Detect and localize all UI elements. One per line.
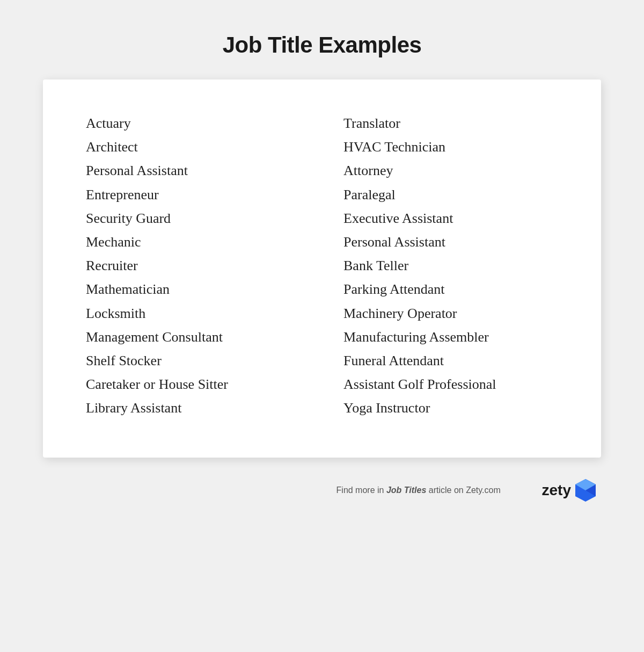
- footer: Find more in Job Titles article on Zety.…: [43, 479, 601, 502]
- list-item: Bank Teller: [343, 254, 558, 278]
- list-item: Mathematician: [86, 278, 301, 301]
- list-item: Architect: [86, 135, 301, 159]
- list-item: Parking Attendant: [343, 278, 558, 301]
- list-item: Shelf Stocker: [86, 349, 301, 373]
- zety-brand-name: zety: [542, 482, 571, 499]
- zety-logo: zety: [542, 479, 596, 502]
- list-item: Yoga Instructor: [343, 396, 558, 420]
- list-item: HVAC Technician: [343, 135, 558, 159]
- list-item: Security Guard: [86, 207, 301, 230]
- footer-post-text: article on Zety.com: [426, 486, 500, 495]
- list-item: Executive Assistant: [343, 207, 558, 230]
- page-title: Job Title Examples: [223, 32, 422, 58]
- list-item: Manufacturing Assembler: [343, 325, 558, 349]
- job-columns: ActuaryArchitectPersonal AssistantEntrep…: [86, 112, 558, 420]
- footer-text: Find more in Job Titles article on Zety.…: [295, 486, 542, 495]
- list-item: Entrepreneur: [86, 183, 301, 207]
- list-item: Recruiter: [86, 254, 301, 278]
- right-column: TranslatorHVAC TechnicianAttorneyParaleg…: [322, 112, 558, 420]
- list-item: Caretaker or House Sitter: [86, 373, 301, 396]
- list-item: Actuary: [86, 112, 301, 135]
- list-item: Personal Assistant: [86, 159, 301, 183]
- list-item: Assistant Golf Professional: [343, 373, 558, 396]
- list-item: Paralegal: [343, 183, 558, 207]
- list-item: Library Assistant: [86, 396, 301, 420]
- list-item: Attorney: [343, 159, 558, 183]
- content-card: ActuaryArchitectPersonal AssistantEntrep…: [43, 79, 601, 458]
- list-item: Translator: [343, 112, 558, 135]
- left-column: ActuaryArchitectPersonal AssistantEntrep…: [86, 112, 322, 420]
- list-item: Locksmith: [86, 302, 301, 325]
- list-item: Management Consultant: [86, 325, 301, 349]
- footer-link-text: Job Titles: [386, 486, 426, 495]
- list-item: Machinery Operator: [343, 302, 558, 325]
- footer-pre-text: Find more in: [336, 486, 386, 495]
- list-item: Mechanic: [86, 230, 301, 254]
- zety-icon: [575, 479, 596, 502]
- list-item: Personal Assistant: [343, 230, 558, 254]
- list-item: Funeral Attendant: [343, 349, 558, 373]
